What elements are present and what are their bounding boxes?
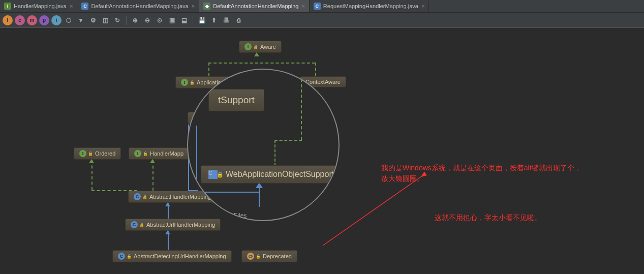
fields-button[interactable]: f (3, 15, 13, 25)
node-label: AbstractDetectingUrlHandlerMapping (134, 253, 226, 259)
print-icon[interactable]: 🖶 (221, 15, 231, 25)
lock-icon: 🔒 (217, 171, 224, 178)
lock-icon: 🔒 (253, 45, 258, 49)
methods-button[interactable]: m (27, 15, 37, 25)
refresh-icon[interactable]: ↻ (112, 15, 122, 25)
arrow-icon (150, 159, 155, 163)
node-deprecated[interactable]: @🔒 Deprecated (241, 250, 297, 262)
connector (274, 140, 275, 166)
close-icon[interactable]: × (301, 3, 304, 9)
node-label: AbstractUrlHandlerMapping (146, 222, 215, 228)
tab-handlermapping[interactable]: I HandlerMapping.java × (0, 0, 77, 12)
close-icon[interactable]: × (421, 3, 424, 9)
close-icon[interactable]: × (192, 3, 195, 9)
lock-icon: 🔒 (88, 151, 93, 156)
node-aware[interactable]: I🔒 Aware (239, 41, 282, 53)
interface-icon: I (134, 150, 141, 157)
node-label: Deprecated (263, 253, 292, 259)
diagram-icon: ◆ (203, 3, 210, 10)
zoom-actual-icon[interactable]: ⊙ (155, 15, 165, 25)
lock-icon: 🔒 (127, 254, 132, 259)
magnified-node-support: tSupport (208, 89, 264, 111)
node-label: Ordered (95, 150, 115, 157)
annotation-text-1: 我的是Windows系统，就是在这个页面，按着alt键就出现了个，放大镜圆圈。 (381, 163, 585, 184)
lock-icon: 🔒 (143, 151, 148, 156)
node-ordered[interactable]: I🔒 Ordered (74, 147, 121, 160)
class-icon: C (81, 3, 88, 10)
toolbar: f c m p i ⬡ ▼ ⚙ ◫ ↻ ⊕ ⊖ ⊙ ▣ ⬓ 💾 ⬆ 🖶 ⎙ (0, 13, 644, 28)
connector (208, 63, 209, 76)
close-icon[interactable]: × (70, 3, 73, 9)
node-abstract-url-handler-mapping[interactable]: C🔒 AbstractUrlHandlerMapping (125, 219, 221, 231)
connector (301, 74, 302, 140)
class-icon: C (314, 3, 321, 10)
node-label: HandlerMapp (150, 150, 183, 157)
tab-default-annotation-java[interactable]: C DefaultAnnotationHandlerMapping.java × (77, 0, 199, 12)
lock-icon: 🔒 (256, 254, 261, 259)
arrow-icon (165, 230, 170, 234)
arrow-icon (254, 52, 259, 56)
filter-icon[interactable]: ▼ (76, 15, 86, 25)
node-label: Aware (260, 44, 276, 50)
class-icon: C (118, 253, 125, 260)
class-icon: C (131, 221, 138, 228)
node-label: tSupport (218, 95, 255, 106)
tab-label: DefaultAnnotationHandlerMapping.java (91, 3, 188, 9)
connector (91, 160, 93, 190)
interface-icon: I (79, 150, 86, 157)
settings-icon[interactable]: ⚙ (88, 15, 98, 25)
class-icon: C (134, 193, 141, 200)
magnified-files-label: Files (234, 212, 247, 219)
tab-requestmapping[interactable]: C RequestMappingHandlerMapping.java × (310, 0, 430, 12)
lock-icon: 🔒 (190, 80, 195, 85)
apply-layout-icon[interactable]: ⬓ (179, 15, 189, 25)
dependency-icon[interactable]: ⬡ (64, 15, 74, 25)
tab-bar: I HandlerMapping.java × C DefaultAnnotat… (0, 0, 644, 13)
interface-icon: I (244, 43, 252, 50)
annotation-icon: @ (247, 253, 254, 260)
node-handlermapping[interactable]: I🔒 HandlerMapp (129, 147, 189, 160)
arrow-icon (89, 159, 94, 163)
preview-icon[interactable]: ⎙ (233, 15, 243, 25)
properties-button[interactable]: p (39, 15, 49, 25)
tab-default-annotation-diagram[interactable]: ◆ DefaultAnnotationHandlerMapping × (199, 0, 310, 12)
arrow-icon (165, 202, 170, 206)
connector (208, 63, 315, 64)
connector (152, 160, 154, 191)
connector (274, 140, 302, 141)
node-abstract-detecting-url[interactable]: C🔒 AbstractDetectingUrlHandlerMapping (112, 250, 232, 262)
tab-label: DefaultAnnotationHandlerMapping (213, 3, 298, 9)
zoom-in-icon[interactable]: ⊕ (130, 15, 140, 25)
tab-label: RequestMappingHandlerMapping.java (323, 3, 418, 9)
connector (196, 192, 259, 193)
node-label: ContextAware (305, 79, 341, 85)
lock-icon: 🔒 (142, 195, 147, 199)
node-label: AbstractHandlerMapping (149, 194, 211, 200)
magnified-node-webappsupport: C🔒 WebApplicationObjectSupport (201, 165, 340, 184)
fit-content-icon[interactable]: ▣ (167, 15, 177, 25)
svg-line-0 (323, 174, 424, 246)
annotation-text-2: 这就不用担心，字太小看不见啦。 (435, 212, 541, 223)
diagram-canvas[interactable]: I🔒 Aware I🔒 ApplicationCont ContextAware… (0, 28, 644, 274)
interface-icon: I (181, 79, 188, 86)
save-icon[interactable]: 💾 (197, 15, 207, 25)
layout-icon[interactable]: ◫ (100, 15, 110, 25)
node-label: WebApplicationObjectSupport (226, 170, 334, 179)
zoom-out-icon[interactable]: ⊖ (142, 15, 152, 25)
connector (315, 63, 316, 76)
separator (193, 16, 193, 25)
tab-label: HandlerMapping.java (14, 3, 67, 9)
export-icon[interactable]: ⬆ (209, 15, 219, 25)
inner-button[interactable]: i (51, 15, 62, 25)
lock-icon: 🔒 (139, 223, 144, 227)
interface-icon: I (4, 3, 11, 10)
constructors-button[interactable]: c (15, 15, 25, 25)
connector (196, 126, 197, 192)
separator (126, 16, 127, 25)
magnifier-lens: tSupport C🔒 WebApplicationObjectSupport … (187, 69, 340, 221)
